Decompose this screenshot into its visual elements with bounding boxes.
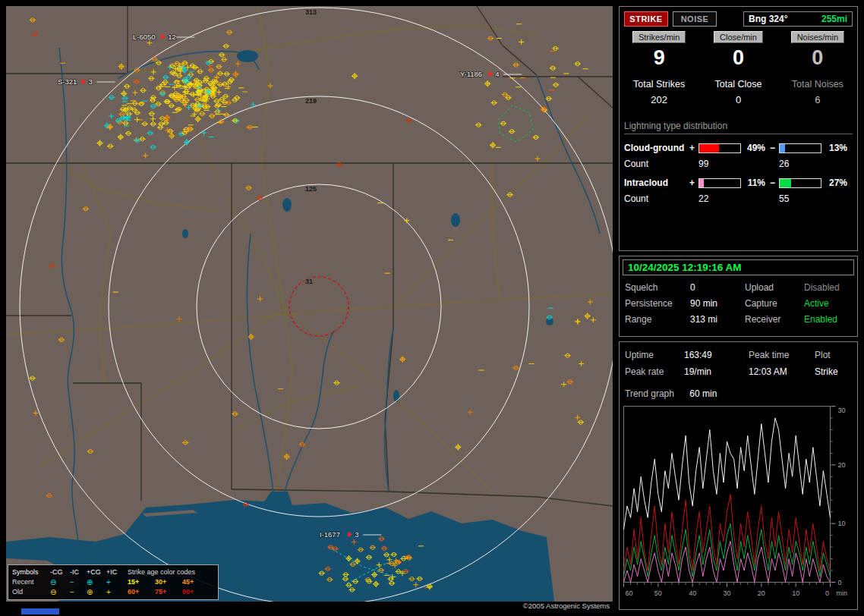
old-cg-neg-icon: ⊖ xyxy=(50,587,70,597)
svg-text:40: 40 xyxy=(689,589,696,597)
session-grid: Uptime 163:49 Peak time Plot Peak rate 1… xyxy=(625,350,852,377)
plot-value: Strike xyxy=(815,366,852,377)
old-ic-pos-icon: + xyxy=(106,587,128,597)
ic-plus-pct: 11% xyxy=(741,178,770,188)
svg-text:20: 20 xyxy=(838,461,846,469)
strikes-per-min-value: 9 xyxy=(620,46,698,70)
svg-text:10: 10 xyxy=(838,520,846,527)
recent-cg-pos-icon: ⊕ xyxy=(87,577,106,587)
legend-old-row: Old ⊖ − ⊕ + 60+ 75+ 90+ xyxy=(12,587,214,597)
status-panel: 10/24/2025 12:19:16 AM Squelch 0 Upload … xyxy=(619,256,858,337)
age-90-label: 90+ xyxy=(182,587,214,597)
intracloud-label: Intracloud xyxy=(624,178,689,188)
legend-col-cg-pos: +CG xyxy=(87,567,106,577)
persistence-value: 90 min xyxy=(690,298,745,309)
strikes-counter-column: Strikes/min 9 Total Strikes 202 xyxy=(620,31,698,105)
receiver-value: Enabled xyxy=(804,314,852,325)
strikes-per-min-button[interactable]: Strikes/min xyxy=(632,31,686,43)
peak-rate-value: 19/min xyxy=(684,366,749,377)
stats-panel: STRIKE NOISE Bng 324° 255mi Strikes/min … xyxy=(619,6,858,251)
svg-text:30: 30 xyxy=(838,407,846,414)
legend-age-title: Strike age color codes xyxy=(128,567,214,577)
svg-text:125: 125 xyxy=(305,185,317,193)
trend-graph-canvas: 30201006050403020100min xyxy=(623,406,853,605)
app-window: L-605012S-3213Y-11864I-1677331321912531 … xyxy=(0,0,864,616)
cg-minus-count: 26 xyxy=(779,159,821,169)
trend-graph-container: 30201006050403020100min xyxy=(623,406,857,607)
legend-recent-row: Recent ⊖ − ⊕ + 15+ 30+ 45+ xyxy=(12,577,214,587)
cloud-ground-row: Cloud-ground + 49% − 13% xyxy=(624,143,853,153)
cg-minus-bar xyxy=(779,143,821,153)
svg-text:I-1677: I-1677 xyxy=(320,530,340,539)
legend-old-label: Old xyxy=(12,587,50,597)
svg-text:4: 4 xyxy=(495,70,499,78)
ic-minus-count: 55 xyxy=(779,193,821,204)
close-per-min-button[interactable]: Close/min xyxy=(714,31,763,43)
range-label: Range xyxy=(625,314,690,325)
cg-plus-count: 99 xyxy=(698,159,741,169)
svg-text:219: 219 xyxy=(305,97,317,105)
bearing-readout: Bng 324° 255mi xyxy=(743,11,853,27)
strike-mode-button[interactable]: STRIKE xyxy=(624,11,668,27)
cg-minus-sign: − xyxy=(770,143,779,153)
rate-counters: Strikes/min 9 Total Strikes 202 Close/mi… xyxy=(620,31,857,105)
recent-ic-pos-icon: + xyxy=(106,577,128,587)
session-panel: Uptime 163:49 Peak time Plot Peak rate 1… xyxy=(619,341,858,610)
noises-per-min-button[interactable]: Noises/min xyxy=(791,31,844,43)
peak-rate-label: Peak rate xyxy=(625,366,684,377)
bearing-value: Bng 324° xyxy=(749,14,787,24)
taskbar-fragment xyxy=(21,608,59,614)
plot-label: Plot xyxy=(815,350,852,360)
uptime-label: Uptime xyxy=(625,350,684,360)
map-area[interactable]: L-605012S-3213Y-11864I-1677331321912531 … xyxy=(6,6,613,602)
cloud-ground-label: Cloud-ground xyxy=(624,143,689,153)
close-counter-column: Close/min 0 Total Close 0 xyxy=(698,31,777,105)
capture-label: Capture xyxy=(745,298,804,309)
uptime-value: 163:49 xyxy=(684,350,749,360)
age-60-label: 60+ xyxy=(128,587,155,597)
persistence-label: Persistence xyxy=(625,298,690,309)
total-noises-value: 6 xyxy=(778,94,857,105)
noises-counter-column: Noises/min 0 Total Noises 6 xyxy=(778,31,857,105)
upload-value: Disabled xyxy=(804,282,852,293)
cg-count-label: Count xyxy=(624,159,689,169)
total-strikes-label: Total Strikes xyxy=(620,79,698,90)
old-cg-pos-icon: ⊕ xyxy=(87,587,106,597)
trend-graph-span: 60 min xyxy=(689,388,717,399)
map-legend: Symbols -CG -IC +CG +IC Strike age color… xyxy=(8,564,219,600)
mode-controls: STRIKE NOISE Bng 324° 255mi xyxy=(624,11,853,27)
recent-ic-neg-icon: − xyxy=(70,577,87,587)
svg-text:3: 3 xyxy=(89,77,93,86)
ic-plus-bar xyxy=(698,178,741,188)
svg-text:20: 20 xyxy=(758,589,765,597)
svg-text:0: 0 xyxy=(838,579,842,586)
total-close-value: 0 xyxy=(698,94,777,105)
svg-text:min: min xyxy=(837,589,848,597)
distribution-title: Lightning type distribution xyxy=(624,121,853,134)
svg-text:0: 0 xyxy=(825,589,829,597)
cg-plus-sign: + xyxy=(689,143,698,153)
cg-plus-bar xyxy=(698,143,741,153)
map-canvas[interactable]: L-605012S-3213Y-11864I-1677331321912531 xyxy=(6,6,613,602)
peak-time-value: 12:03 AM xyxy=(749,366,815,377)
upload-label: Upload xyxy=(745,282,804,293)
svg-text:50: 50 xyxy=(654,589,662,597)
intracloud-row: Intracloud + 11% − 27% xyxy=(624,178,853,188)
close-per-min-value: 0 xyxy=(698,46,777,70)
svg-text:L-6050: L-6050 xyxy=(133,33,156,41)
cg-minus-pct: 13% xyxy=(821,143,847,153)
squelch-label: Squelch xyxy=(625,282,690,293)
svg-text:31: 31 xyxy=(305,278,313,285)
noise-mode-button[interactable]: NOISE xyxy=(673,11,717,27)
cloud-ground-count-row: Count 99 26 xyxy=(624,159,853,169)
bearing-distance-value: 255mi xyxy=(821,14,847,24)
age-15-label: 15+ xyxy=(128,577,155,587)
ic-plus-count: 22 xyxy=(698,193,741,204)
trend-graph-label: Trend graph xyxy=(625,388,687,399)
total-close-label: Total Close xyxy=(698,79,777,90)
svg-text:313: 313 xyxy=(305,8,317,16)
legend-col-cg-neg: -CG xyxy=(50,567,70,577)
copyright-text: ©2005 Astrogenic Systems xyxy=(6,602,610,610)
legend-col-ic-pos: +IC xyxy=(106,567,128,577)
cg-plus-pct: 49% xyxy=(741,143,770,153)
